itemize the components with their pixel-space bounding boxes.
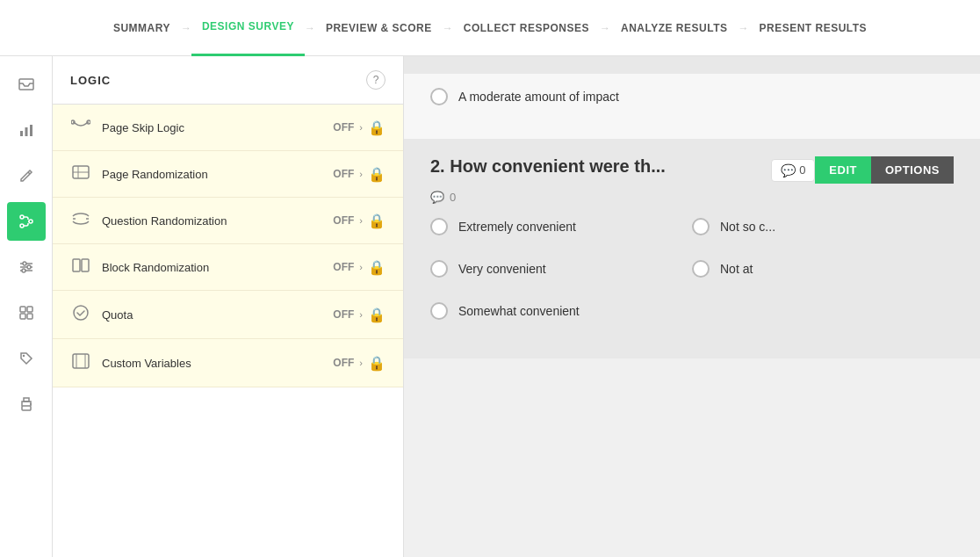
icon-logic[interactable]	[7, 202, 46, 241]
logic-item-question-random[interactable]: Question Randomization OFF › 🔒	[53, 198, 403, 244]
svg-rect-15	[20, 314, 25, 319]
nav-arrow-2: →	[305, 22, 315, 34]
svg-rect-1	[20, 131, 23, 136]
svg-point-5	[20, 224, 24, 228]
icon-sliders[interactable]	[7, 248, 46, 286]
top-nav: SUMMARY → DESIGN SURVEY → PREVIEW & SCOR…	[0, 0, 980, 56]
logic-panel: LOGIC ? Page Skip Logic OFF › 🔒	[53, 56, 404, 557]
q2-options-grid: Extremely convenient Very convenient Som…	[430, 218, 954, 332]
q2-option-not-at-text: Not at	[720, 262, 753, 276]
question-random-lock-icon: 🔒	[368, 213, 386, 229]
icon-grid[interactable]	[7, 293, 46, 332]
radio-somewhat[interactable]	[430, 302, 448, 320]
icon-inbox[interactable]	[7, 65, 46, 104]
q2-header: 2. How convenient were th... 💬 0 EDIT OP…	[430, 156, 954, 184]
block-random-label: Block Randomization	[102, 261, 209, 274]
svg-rect-18	[22, 406, 31, 410]
nav-preview[interactable]: PREVIEW & SCORE	[315, 22, 443, 34]
q2-options-left: Extremely convenient Very convenient Som…	[430, 218, 692, 332]
page-random-icon	[70, 165, 91, 183]
svg-rect-2	[25, 127, 27, 136]
logic-item-quota[interactable]: Quota OFF › 🔒	[53, 291, 403, 339]
page-random-label: Page Randomization	[102, 168, 208, 181]
icon-print[interactable]	[7, 385, 46, 423]
nav-arrow-5: →	[738, 22, 748, 34]
nav-preview-label: PREVIEW & SCORE	[326, 22, 432, 34]
nav-summary[interactable]: SUMMARY	[103, 22, 181, 34]
q2-option-not-so-text: Not so c...	[720, 220, 775, 234]
q2-option-extremely-text: Extremely convenient	[458, 220, 576, 234]
q2-comment-count: 💬 0	[430, 191, 954, 204]
page-skip-arrow: ›	[359, 122, 363, 133]
q2-option-very: Very convenient	[430, 260, 692, 278]
page-skip-status: OFF	[333, 121, 354, 134]
radio-not-at[interactable]	[692, 260, 710, 278]
block-random-icon	[70, 258, 91, 276]
logic-item-page-skip[interactable]: Page Skip Logic OFF › 🔒	[53, 105, 403, 151]
question-random-icon	[70, 212, 91, 229]
svg-point-17	[22, 355, 24, 357]
radio-moderate[interactable]	[430, 88, 448, 105]
svg-point-6	[29, 220, 32, 223]
svg-rect-28	[73, 259, 80, 271]
icon-pencil[interactable]	[7, 156, 46, 195]
logic-item-page-random[interactable]: Page Randomization OFF › 🔒	[53, 151, 403, 198]
q1-option-moderate: A moderate amount of impact	[430, 88, 954, 105]
logic-item-block-random[interactable]: Block Randomization OFF › 🔒	[53, 244, 403, 291]
svg-point-12	[22, 269, 25, 272]
svg-rect-13	[20, 307, 25, 312]
q2-actions: 💬 0 EDIT OPTIONS	[771, 156, 954, 184]
q2-option-somewhat-text: Somewhat convenient	[458, 304, 580, 318]
icon-tag[interactable]	[7, 339, 46, 378]
q2-option-not-at: Not at	[692, 260, 954, 278]
nav-analyze[interactable]: ANALYZE RESULTS	[610, 22, 739, 34]
quota-label: Quota	[102, 308, 133, 322]
nav-design[interactable]: DESIGN SURVEY	[191, 0, 305, 56]
question-random-arrow: ›	[359, 215, 363, 226]
edit-button[interactable]: EDIT	[815, 156, 871, 184]
options-button[interactable]: OPTIONS	[871, 156, 954, 184]
icon-bar-chart[interactable]	[7, 111, 46, 149]
nav-design-label: DESIGN SURVEY	[202, 20, 294, 33]
nav-collect-label: COLLECT RESPONSES	[464, 22, 589, 34]
q2-option-very-text: Very convenient	[458, 262, 546, 276]
radio-extremely[interactable]	[430, 218, 448, 235]
comment-badge[interactable]: 💬 0	[771, 159, 815, 182]
quota-icon	[70, 305, 91, 324]
svg-point-10	[23, 262, 26, 265]
quota-lock-icon: 🔒	[368, 307, 386, 323]
svg-point-4	[20, 215, 24, 219]
radio-not-so[interactable]	[692, 218, 710, 235]
custom-vars-label: Custom Variables	[102, 357, 191, 370]
q2-option-somewhat: Somewhat convenient	[430, 302, 692, 320]
nav-present-label: PRESENT RESULTS	[759, 22, 867, 34]
page-random-status: OFF	[333, 168, 354, 180]
svg-rect-19	[24, 398, 29, 401]
svg-rect-3	[30, 125, 32, 136]
nav-present[interactable]: PRESENT RESULTS	[748, 22, 877, 34]
radio-very[interactable]	[430, 260, 448, 278]
q1-option-moderate-text: A moderate amount of impact	[458, 90, 619, 104]
comment-badge-count: 0	[799, 163, 805, 177]
question-random-status: OFF	[333, 214, 354, 227]
comment-count-value: 0	[450, 191, 456, 204]
block-random-lock-icon: 🔒	[368, 259, 386, 276]
svg-rect-0	[19, 79, 33, 90]
main-layout: LOGIC ? Page Skip Logic OFF › 🔒	[0, 56, 980, 557]
quota-arrow: ›	[359, 309, 363, 320]
nav-collect[interactable]: COLLECT RESPONSES	[453, 22, 600, 34]
block-random-status: OFF	[333, 261, 354, 273]
q1-block: A moderate amount of impact	[404, 74, 980, 139]
svg-point-30	[74, 306, 88, 320]
custom-vars-lock-icon: 🔒	[368, 355, 386, 372]
nav-arrow-1: →	[181, 22, 191, 34]
logic-item-custom-vars[interactable]: Custom Variables OFF › 🔒	[53, 339, 403, 387]
custom-vars-arrow: ›	[359, 358, 363, 368]
page-random-arrow: ›	[359, 169, 363, 179]
logic-help-button[interactable]: ?	[366, 70, 386, 90]
q2-title: 2. How convenient were th...	[430, 156, 757, 177]
custom-vars-status: OFF	[333, 357, 354, 369]
q2-options-right: Not so c... Not at	[692, 218, 954, 332]
svg-rect-16	[27, 314, 32, 319]
block-random-arrow: ›	[359, 262, 363, 272]
